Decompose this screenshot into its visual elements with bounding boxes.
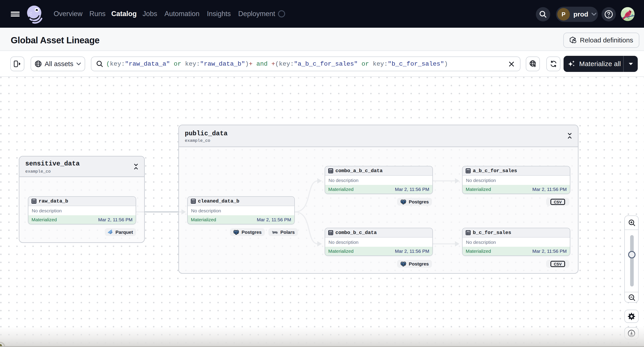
svg-text:CSV: CSV [554,200,562,204]
svg-text:CSV: CSV [554,262,562,266]
